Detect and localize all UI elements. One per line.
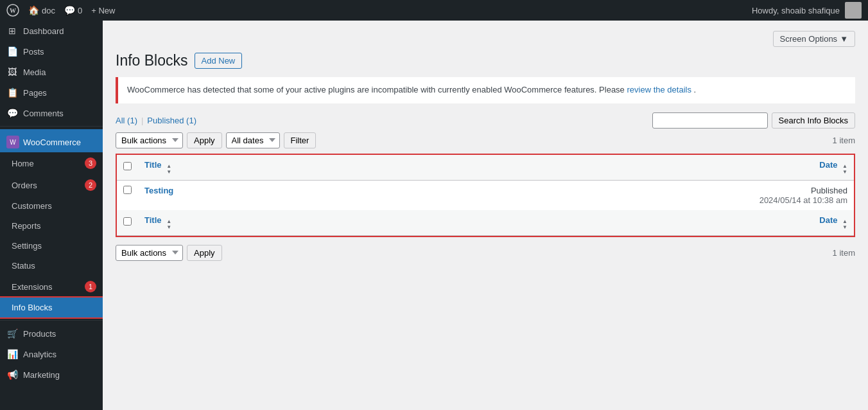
analytics-label: Analytics: [23, 350, 56, 359]
title-sort-link[interactable]: Title ▲ ▼: [144, 160, 171, 170]
dashboard-icon: ⊞: [6, 26, 18, 36]
sidebar-item-extensions[interactable]: Extensions 1: [0, 276, 103, 298]
title-sort-link-footer[interactable]: Title ▲ ▼: [144, 215, 171, 225]
layout: ⊞ Dashboard 📄 Posts 🖼 Media 📋 Pages 💬 Co…: [0, 21, 868, 410]
svg-text:W: W: [10, 7, 16, 14]
home-label: Home: [12, 159, 34, 168]
apply-button-top[interactable]: Apply: [187, 132, 222, 148]
main-content: Screen Options ▼ Info Blocks Add New Woo…: [103, 21, 868, 410]
divider-2: [0, 320, 103, 321]
woocommerce-label: WooCommerce: [23, 138, 81, 147]
products-label: Products: [23, 329, 56, 339]
view-published[interactable]: Published (1): [147, 116, 196, 125]
wp-logo[interactable]: W: [6, 4, 19, 17]
sidebar-item-settings[interactable]: Settings: [0, 236, 103, 256]
filter-button[interactable]: Filter: [284, 132, 317, 148]
page-title-row: Info Blocks Add New: [116, 52, 855, 69]
top-toolbar: Bulk actions Apply All dates Filter 1 it…: [116, 132, 855, 148]
info-blocks-label: Info Blocks: [12, 303, 53, 312]
sidebar-item-info-blocks[interactable]: Info Blocks: [0, 298, 103, 317]
screen-options-button[interactable]: Screen Options ▼: [773, 31, 855, 47]
apply-button-bottom[interactable]: Apply: [187, 245, 222, 261]
title-sort-arrows: ▲ ▼: [166, 164, 171, 175]
search-button[interactable]: Search Info Blocks: [772, 112, 855, 129]
select-all-checkbox-footer[interactable]: [123, 217, 132, 226]
date-sort-link[interactable]: Date ▲ ▼: [819, 160, 847, 170]
col-title-footer[interactable]: Title ▲ ▼: [138, 210, 348, 236]
divider-1: [0, 126, 103, 127]
table-body: Testing Published 2024/05/14 at 10:38 am: [117, 180, 854, 210]
col-date-footer[interactable]: Date ▲ ▼: [348, 210, 854, 236]
row-checkbox-cell: [117, 180, 138, 210]
sidebar-item-reports[interactable]: Reports: [0, 216, 103, 236]
view-separator: |: [141, 116, 143, 125]
sidebar-item-media[interactable]: 🖼 Media: [0, 62, 103, 82]
row-checkbox[interactable]: [123, 186, 132, 194]
table-row: Testing Published 2024/05/14 at 10:38 am: [117, 180, 854, 210]
sidebar-item-woocommerce[interactable]: W WooCommerce: [0, 129, 103, 152]
top-item-count: 1 item: [833, 136, 855, 145]
add-new-button[interactable]: Add New: [195, 53, 243, 69]
sidebar-item-orders[interactable]: Orders 2: [0, 174, 103, 196]
col-date-header[interactable]: Date ▲ ▼: [348, 155, 854, 181]
sidebar-item-posts[interactable]: 📄 Posts: [0, 41, 103, 62]
search-area: Search Info Blocks: [652, 112, 855, 129]
status-label: Status: [12, 261, 35, 271]
sidebar-item-customers[interactable]: Customers: [0, 196, 103, 216]
site-name[interactable]: 🏠 doc: [28, 5, 55, 15]
sidebar: ⊞ Dashboard 📄 Posts 🖼 Media 📋 Pages 💬 Co…: [0, 21, 103, 410]
bulk-actions-select-top[interactable]: Bulk actions: [116, 132, 183, 148]
sidebar-item-pages[interactable]: 📋 Pages: [0, 82, 103, 103]
sidebar-item-products[interactable]: 🛒 Products: [0, 323, 103, 344]
select-all-checkbox[interactable]: [123, 162, 132, 170]
woocommerce-icon: W: [6, 136, 19, 148]
top-bar-right: Howdy, shoaib shafique: [752, 2, 862, 19]
woocommerce-notice: WooCommerce has detected that some of yo…: [116, 77, 855, 103]
col-checkbox-header: [117, 155, 138, 181]
orders-badge: 2: [85, 179, 96, 191]
sidebar-item-home[interactable]: Home 3: [0, 152, 103, 174]
date-sort-link-footer[interactable]: Date ▲ ▼: [819, 215, 847, 225]
row-title-cell: Testing: [138, 180, 348, 210]
sidebar-item-label: Dashboard: [23, 26, 64, 36]
info-blocks-table: Title ▲ ▼ Date ▲: [117, 155, 854, 236]
row-date-status: Published: [811, 186, 847, 195]
extensions-badge: 1: [85, 281, 96, 292]
sidebar-item-label: Comments: [23, 109, 64, 118]
search-input[interactable]: [652, 112, 768, 129]
screen-options-bar: Screen Options ▼: [116, 31, 855, 47]
extensions-label: Extensions: [12, 282, 53, 292]
views-left: All (1) | Published (1): [116, 116, 196, 125]
pages-icon: 📋: [6, 87, 18, 98]
marketing-icon: 📢: [6, 370, 18, 380]
marketing-label: Marketing: [23, 370, 60, 380]
analytics-icon: 📊: [6, 349, 18, 359]
notice-link[interactable]: review the details: [627, 85, 691, 94]
notice-text: WooCommerce has detected that some of yo…: [127, 85, 627, 94]
top-bar: W 🏠 doc 💬 0 + New Howdy, shoaib shafique: [0, 0, 868, 21]
bottom-item-count: 1 item: [833, 248, 855, 258]
notice-text-end: .: [694, 85, 697, 94]
sidebar-item-marketing[interactable]: 📢 Marketing: [0, 364, 103, 385]
orders-label: Orders: [12, 181, 37, 190]
title-sort-arrows-footer: ▲ ▼: [166, 219, 171, 230]
reports-label: Reports: [12, 221, 41, 231]
date-sort-arrows: ▲ ▼: [842, 164, 847, 175]
table-footer-row: Title ▲ ▼ Date ▲: [117, 210, 854, 236]
bottom-toolbar: Bulk actions Apply 1 item: [116, 245, 855, 261]
screen-options-label: Screen Options: [780, 34, 838, 44]
row-title-link[interactable]: Testing: [144, 186, 173, 195]
bulk-actions-select-bottom[interactable]: Bulk actions: [116, 245, 183, 261]
howdy-text: Howdy, shoaib shafique: [752, 6, 840, 15]
top-bar-left: W 🏠 doc 💬 0 + New: [6, 4, 742, 17]
view-all[interactable]: All (1): [116, 116, 137, 125]
comments-link[interactable]: 💬 0: [64, 5, 82, 15]
sidebar-item-dashboard[interactable]: ⊞ Dashboard: [0, 21, 103, 41]
sidebar-item-analytics[interactable]: 📊 Analytics: [0, 344, 103, 364]
dates-select[interactable]: All dates: [226, 132, 280, 148]
col-title-header[interactable]: Title ▲ ▼: [138, 155, 348, 181]
sidebar-item-status[interactable]: Status: [0, 256, 103, 276]
new-link[interactable]: + New: [91, 6, 115, 15]
sidebar-item-comments[interactable]: 💬 Comments: [0, 103, 103, 123]
avatar[interactable]: [845, 2, 862, 19]
